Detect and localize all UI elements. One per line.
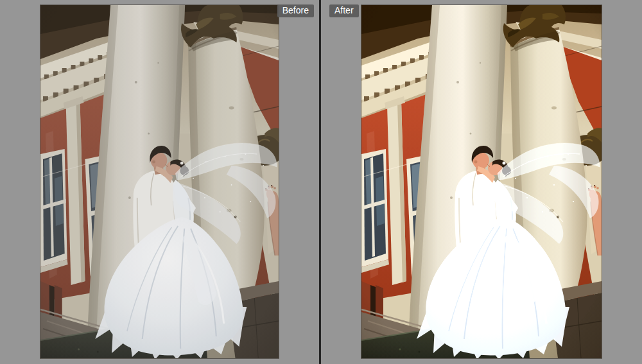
wedding-photo-after: [361, 5, 602, 358]
after-photo[interactable]: [361, 5, 602, 358]
before-after-workspace: Before After: [0, 0, 642, 364]
before-label: Before: [277, 4, 314, 17]
before-pane: Before: [0, 0, 319, 364]
after-pane: After: [321, 0, 642, 364]
after-label: After: [329, 4, 359, 17]
before-photo[interactable]: [40, 5, 279, 358]
wedding-photo-before: [40, 5, 279, 358]
